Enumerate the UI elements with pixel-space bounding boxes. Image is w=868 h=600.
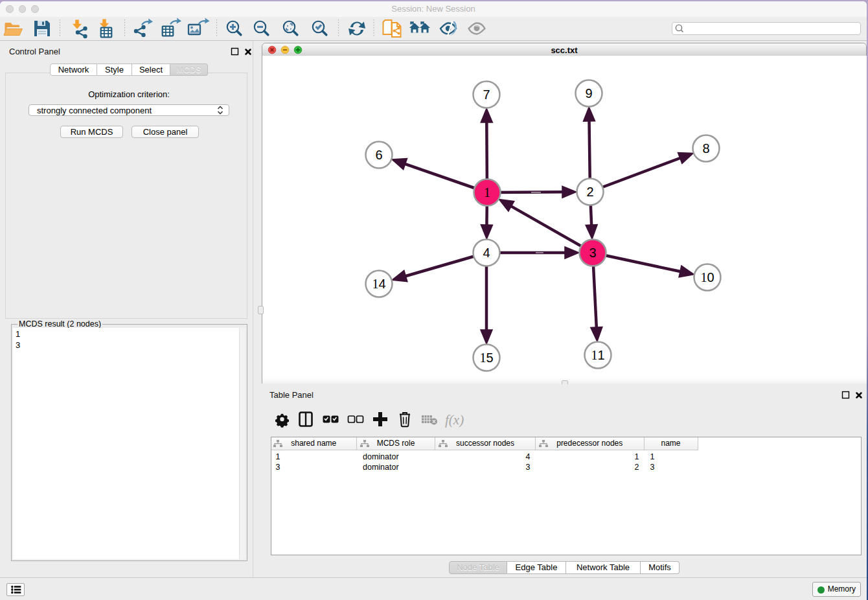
- svg-text:14: 14: [372, 277, 385, 291]
- svg-text:6: 6: [375, 148, 382, 162]
- svg-text:15: 15: [479, 351, 493, 365]
- svg-text:4: 4: [483, 246, 490, 260]
- svg-text:2: 2: [586, 185, 593, 199]
- svg-text:11: 11: [591, 348, 604, 362]
- svg-text:10: 10: [700, 270, 714, 284]
- svg-text:f(x): f(x): [445, 412, 464, 428]
- svg-text:1: 1: [484, 185, 490, 200]
- svg-text:3: 3: [589, 246, 596, 260]
- svg-text:7: 7: [483, 87, 490, 102]
- svg-text:8: 8: [702, 141, 709, 156]
- svg-text:9: 9: [585, 86, 592, 100]
